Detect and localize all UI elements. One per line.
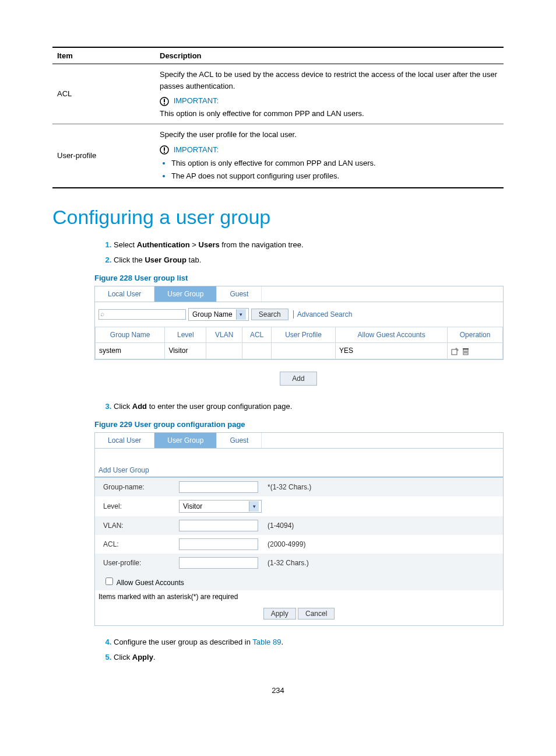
hint-group-name: *(1-32 Chars.) [268,483,311,491]
table-row: system Visitor YES [96,343,503,359]
row-acl-item: ACL [52,64,155,124]
checkbox-allow-guest[interactable] [105,578,113,585]
figure-229-caption: Figure 229 User group configuration page [94,420,504,429]
svg-rect-4 [164,148,165,151]
label-level: Level: [103,502,179,510]
label-group-name: Group-name: [103,483,179,491]
search-row: Group Name ▾ Search Advanced Search [95,302,503,327]
label-acl: ACL: [103,540,179,548]
item-description-table: Item Description ACL Specify the ACL to … [52,47,504,188]
advanced-search-link[interactable]: Advanced Search [293,310,353,318]
input-user-profile[interactable] [179,557,258,569]
search-field-value: Group Name [192,310,233,318]
col-acl[interactable]: ACL [242,327,272,343]
user-group-config-panel: Local User User Group Guest Add User Gro… [94,432,504,626]
col-item: Item [52,47,155,64]
row-acl: ACL: (2000-4999) [95,535,503,554]
user-group-grid: Group Name Level VLAN ACL User Profile A… [95,327,503,359]
input-group-name[interactable] [179,481,258,493]
tabbar: Local User User Group Guest [95,286,503,302]
step-2: Click the User Group tab. [114,254,504,266]
search-button[interactable]: Search [251,309,288,320]
hint-user-profile: (1-32 Chars.) [268,559,309,567]
cell-operation [448,343,503,359]
search-input[interactable] [98,309,186,320]
add-button-row: Add [94,360,502,397]
page-number: 234 [52,686,504,695]
cancel-button[interactable]: Cancel [298,608,335,620]
userprofile-desc-text: Specify the user profile for the local u… [160,129,499,141]
svg-rect-1 [164,99,165,102]
important-label: IMPORTANT: [174,145,219,154]
svg-rect-8 [463,348,469,349]
step-4: Configure the user group as described in… [114,636,504,648]
important-icon [160,97,169,106]
svg-rect-5 [164,152,165,153]
checkbox-allow-guest-label[interactable]: Allow Guest Accounts [103,579,184,587]
col-user-profile[interactable]: User Profile [271,327,335,343]
important-icon [160,145,169,155]
col-group-name[interactable]: Group Name [96,327,165,343]
row-group-name: Group-name: *(1-32 Chars.) [95,478,503,496]
row-user-profile: User-profile: (1-32 Chars.) [95,554,503,572]
cell-group-name: system [96,343,165,359]
important-label: IMPORTANT: [174,96,219,105]
row-userprofile-item: User-profile [52,124,155,188]
form-actions: Apply Cancel [95,603,503,622]
input-acl[interactable] [179,538,258,550]
acl-desc-text: Specify the ACL to be used by the access… [160,69,499,92]
add-button[interactable]: Add [280,372,316,386]
form-title: Add User Group [95,449,503,477]
svg-rect-6 [452,349,457,355]
hint-vlan: (1-4094) [268,522,294,530]
search-field-select[interactable]: Group Name ▾ [188,308,249,321]
input-vlan[interactable] [179,520,258,531]
acl-note: This option is only effective for common… [160,108,499,120]
row-userprofile-desc: Specify the user profile for the local u… [155,124,504,188]
row-vlan: VLAN: (1-4094) [95,516,503,535]
apply-button[interactable]: Apply [263,608,296,620]
tab-user-group[interactable]: User Group [154,433,217,448]
cell-vlan [206,343,242,359]
tabbar-2: Local User User Group Guest [95,433,503,449]
required-note: Items marked with an asterisk(*) are req… [95,590,503,603]
tab-user-group[interactable]: User Group [154,286,217,302]
userprofile-bullet-1: This option is only effective for common… [171,158,499,169]
svg-rect-2 [164,103,165,104]
row-acl-desc: Specify the ACL to be used by the access… [155,64,504,124]
cell-level: Visitor [165,343,206,359]
allow-guest-text: Allow Guest Accounts [117,579,184,587]
user-group-list-panel: Local User User Group Guest Group Name ▾… [94,286,504,360]
userprofile-bullet-2: The AP does not support configuring user… [171,170,499,182]
col-level[interactable]: Level [165,327,206,343]
row-level: Level: Visitor ▾ [95,496,503,516]
section-heading: Configuring a user group [52,206,504,229]
select-level[interactable]: Visitor ▾ [179,500,262,513]
label-vlan: VLAN: [103,522,179,530]
step-5: Click Apply. [114,652,504,663]
col-vlan[interactable]: VLAN [206,327,242,343]
tab-guest[interactable]: Guest [217,286,262,302]
col-desc: Description [155,47,504,64]
edit-icon[interactable] [451,347,459,355]
tab-guest[interactable]: Guest [217,433,262,448]
chevron-down-icon: ▾ [236,309,246,320]
tab-local-user[interactable]: Local User [95,433,154,448]
tab-local-user[interactable]: Local User [95,286,154,302]
chevron-down-icon: ▾ [249,501,259,512]
label-user-profile: User-profile: [103,559,179,567]
cell-acl [242,343,272,359]
col-operation[interactable]: Operation [448,327,503,343]
cell-user-profile [271,343,335,359]
col-allow-guest[interactable]: Allow Guest Accounts [336,327,448,343]
table-89-link[interactable]: Table 89 [252,638,281,646]
step-1: Select Authentication > Users from the n… [114,239,504,251]
hint-acl: (2000-4999) [268,540,305,548]
cell-allow-guest: YES [336,343,448,359]
level-value: Visitor [183,502,202,510]
row-allow-guest: Allow Guest Accounts [95,572,503,590]
figure-228-caption: Figure 228 User group list [94,274,504,282]
step-3: Click Add to enter the user group config… [114,401,504,412]
delete-icon[interactable] [462,347,470,355]
